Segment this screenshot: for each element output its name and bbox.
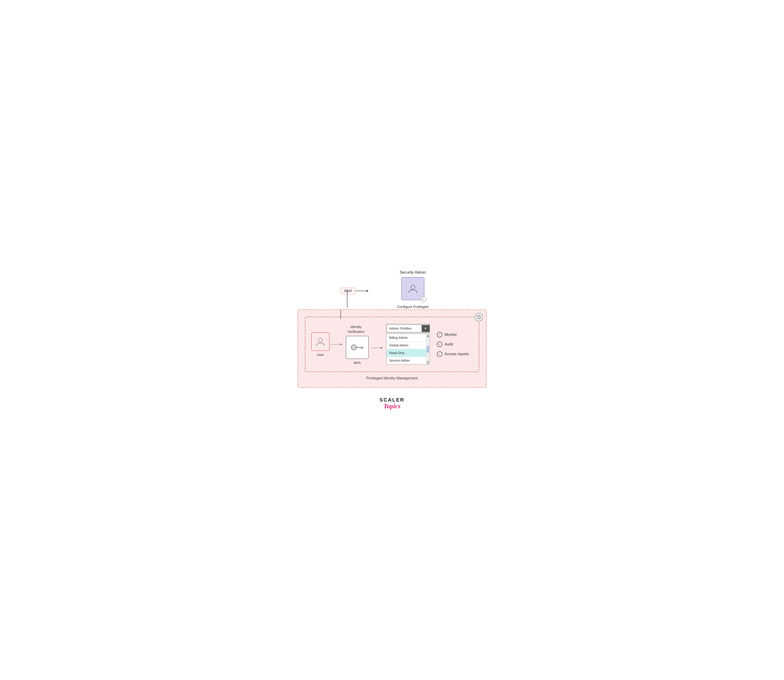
user-icon	[315, 336, 326, 347]
scrollbar[interactable]: ▲ ▼	[426, 334, 430, 364]
scroll-down-button[interactable]: ▼	[426, 360, 430, 364]
identity-verification-label: IdentityVerification	[343, 324, 371, 334]
user-box	[311, 332, 330, 351]
dropdown-list: Billing Admin Global Admin Read Only Ser…	[386, 334, 430, 365]
dropdown-arrow-button[interactable]: ▼	[422, 325, 430, 332]
dropdown-title: Admin Profiles	[387, 324, 422, 332]
dropdown-section[interactable]: Admin Profiles ▼ Billing Admin Global Ad…	[386, 324, 430, 365]
diagram-container: Security Admin ✓ Configure PrivilegedIde…	[298, 270, 486, 410]
dropdown-item-service-admin[interactable]: Service Admin	[387, 357, 426, 364]
mfa-to-dropdown-arrow	[371, 347, 384, 349]
identity-section: IdentityVerification	[343, 324, 371, 365]
key-icon	[350, 343, 364, 351]
svg-point-0	[411, 285, 415, 289]
scroll-up-button[interactable]: ▲	[426, 334, 430, 338]
mfa-section: MFA	[345, 336, 370, 365]
dropdown-list-inner: Billing Admin Global Admin Read Only Ser…	[387, 334, 430, 364]
person-icon	[408, 283, 418, 294]
security-admin-label: Security Admin	[400, 270, 426, 275]
top-layout: Security Admin ✓ Configure PrivilegedIde…	[298, 270, 486, 388]
clock-icon	[475, 313, 483, 321]
topics-text: Topics	[379, 403, 404, 410]
access-reports-check-icon: ✓	[437, 351, 442, 357]
monitor-label: Monitor	[445, 333, 457, 337]
svg-point-4	[318, 338, 323, 342]
audit-item: ✓ Audit	[437, 342, 474, 347]
scaler-text: SCALER	[379, 397, 404, 403]
scaler-logo: SCALER Topics	[379, 397, 404, 410]
monitor-item: ✓ Monitor	[437, 332, 474, 337]
audit-check-icon: ✓	[437, 342, 442, 347]
dropdown-header[interactable]: Admin Profiles ▼	[386, 324, 430, 333]
vert-line	[347, 290, 347, 308]
audit-label: Audit	[445, 342, 453, 346]
security-admin-box: ✓	[401, 277, 424, 300]
alert-area: Security Admin ✓ Configure PrivilegedIde…	[298, 270, 486, 307]
scroll-thumb[interactable]	[427, 346, 429, 353]
user-to-mfa-arrow	[331, 343, 343, 346]
mfa-box	[346, 336, 369, 359]
monitor-check-icon: ✓	[437, 332, 442, 337]
access-reports-label: Access reports	[445, 352, 469, 356]
svg-line-3	[479, 317, 480, 318]
dropdown-item-billing-admin[interactable]: Billing Admin	[387, 334, 426, 342]
access-reports-item: ✓ Access reports	[437, 351, 474, 357]
right-section: ✓ Monitor ✓ Audit ✓ Access reports	[437, 332, 474, 357]
inner-dashed-box: User IdentityVerification	[305, 317, 479, 372]
dropdown-item-global-admin[interactable]: Global Admin	[387, 342, 426, 349]
mfa-label: MFA	[354, 361, 361, 365]
checkmark-badge: ✓	[421, 296, 426, 302]
svg-point-5	[351, 345, 356, 350]
alert-box: Alert	[340, 287, 356, 294]
main-pink-area: User IdentityVerification	[298, 309, 486, 388]
user-label: User	[317, 353, 324, 357]
dropdown-item-read-only[interactable]: Read Only	[387, 349, 426, 357]
main-pink-label: Privileged Identity Management	[305, 376, 479, 380]
svg-point-6	[353, 346, 355, 348]
user-section: User	[310, 332, 331, 357]
